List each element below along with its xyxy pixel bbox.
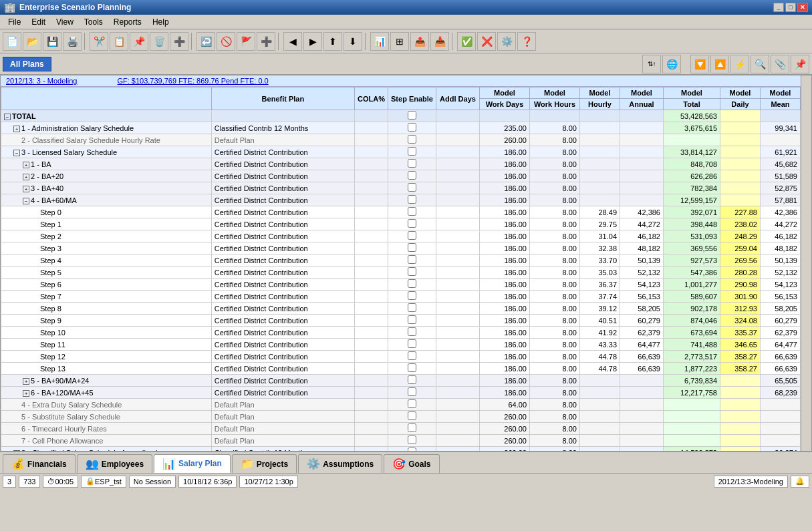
- copy-button[interactable]: 📋: [110, 32, 128, 51]
- row-step-cell[interactable]: [388, 230, 436, 242]
- tab-financials[interactable]: 💰Financials: [3, 454, 76, 473]
- step-checkbox[interactable]: [408, 255, 416, 264]
- step-checkbox[interactable]: [408, 363, 416, 372]
- close-button[interactable]: ✕: [797, 3, 808, 12]
- step-checkbox[interactable]: [408, 375, 416, 384]
- grid-button[interactable]: ⊞: [390, 32, 409, 51]
- row-step-cell[interactable]: [388, 339, 436, 351]
- delete-button[interactable]: 🗑️: [150, 32, 168, 51]
- sort-button[interactable]: ⇅↑: [642, 55, 661, 73]
- row-step-cell[interactable]: [388, 158, 436, 170]
- row-step-cell[interactable]: [388, 351, 436, 363]
- step-checkbox[interactable]: [408, 207, 416, 216]
- row-step-cell[interactable]: [388, 327, 436, 339]
- row-step-cell[interactable]: [388, 206, 436, 218]
- row-step-cell[interactable]: [388, 387, 436, 399]
- step-checkbox[interactable]: [408, 111, 416, 120]
- tab-assumptions[interactable]: ⚙️Assumptions: [298, 454, 382, 473]
- filter5-button[interactable]: 📎: [771, 55, 789, 73]
- step-checkbox[interactable]: [408, 279, 416, 288]
- plan-detail-link[interactable]: GF: $103,739,769 FTE: 869.76 Pend FTE: 0…: [117, 77, 268, 85]
- row-step-cell[interactable]: [388, 423, 436, 435]
- save-button[interactable]: 💾: [43, 32, 61, 51]
- menu-tools[interactable]: Tools: [79, 16, 108, 28]
- filter2-button[interactable]: 🔼: [710, 55, 729, 73]
- expand-icon[interactable]: +: [13, 126, 20, 132]
- step-checkbox[interactable]: [408, 147, 416, 156]
- step-checkbox[interactable]: [408, 231, 416, 240]
- new-button[interactable]: 📄: [3, 32, 21, 51]
- forward-button[interactable]: ▶: [303, 32, 322, 51]
- filter6-button[interactable]: 📌: [791, 55, 809, 73]
- open-button[interactable]: 📂: [23, 32, 41, 51]
- row-step-cell[interactable]: [388, 435, 436, 447]
- minimize-button[interactable]: _: [773, 3, 784, 12]
- row-step-cell[interactable]: [388, 182, 436, 194]
- step-checkbox[interactable]: [408, 339, 416, 348]
- expand-icon[interactable]: +: [23, 186, 29, 192]
- step-checkbox[interactable]: [408, 448, 416, 451]
- row-step-cell[interactable]: [388, 194, 436, 206]
- step-checkbox[interactable]: [408, 387, 416, 396]
- menu-reports[interactable]: Reports: [108, 16, 147, 28]
- step-checkbox[interactable]: [408, 267, 416, 276]
- tab-salary-plan[interactable]: 📊Salary Plan: [154, 454, 231, 473]
- tab-goals[interactable]: 🎯Goals: [384, 454, 439, 473]
- up-button[interactable]: ⬆: [323, 32, 342, 51]
- step-checkbox[interactable]: [408, 303, 416, 312]
- th-benefit[interactable]: Benefit Plan: [211, 87, 354, 110]
- import-button[interactable]: 📥: [430, 32, 449, 51]
- undo-button[interactable]: ↩️: [196, 32, 215, 51]
- expand-icon[interactable]: −: [13, 150, 20, 156]
- step-checkbox[interactable]: [408, 243, 416, 252]
- row-step-cell[interactable]: [388, 134, 436, 146]
- plus-box-button[interactable]: ➕: [257, 32, 275, 51]
- step-checkbox[interactable]: [408, 399, 416, 408]
- filter4-button[interactable]: 🔍: [751, 55, 769, 73]
- flag-button[interactable]: 🚩: [237, 32, 255, 51]
- plan-link[interactable]: 2012/13: 3 - Modeling: [6, 77, 77, 85]
- step-checkbox[interactable]: [408, 159, 416, 168]
- cancel-button[interactable]: 🚫: [217, 32, 235, 51]
- cross-button[interactable]: ❌: [477, 32, 496, 51]
- row-step-cell[interactable]: [388, 170, 436, 182]
- row-step-cell[interactable]: [388, 363, 436, 375]
- menu-edit[interactable]: Edit: [26, 16, 51, 28]
- tab-projects[interactable]: 📁Projects: [232, 454, 297, 473]
- step-checkbox[interactable]: [408, 315, 416, 324]
- step-checkbox[interactable]: [408, 171, 416, 180]
- expand-icon[interactable]: −: [4, 114, 11, 120]
- menu-view[interactable]: View: [51, 16, 79, 28]
- step-checkbox[interactable]: [408, 327, 416, 336]
- step-checkbox[interactable]: [408, 135, 416, 144]
- settings-button[interactable]: ⚙️: [497, 32, 516, 51]
- down-button[interactable]: ⬇: [344, 32, 362, 51]
- row-step-cell[interactable]: [388, 146, 436, 158]
- step-checkbox[interactable]: [408, 195, 416, 204]
- step-checkbox[interactable]: [408, 183, 416, 192]
- row-step-cell[interactable]: [388, 315, 436, 327]
- step-checkbox[interactable]: [408, 435, 416, 444]
- maximize-button[interactable]: □: [785, 3, 796, 12]
- export-button[interactable]: 📤: [410, 32, 429, 51]
- scrollbar[interactable]: [801, 75, 811, 451]
- expand-icon[interactable]: +: [13, 450, 20, 452]
- row-step-cell[interactable]: [388, 375, 436, 387]
- row-step-cell[interactable]: [388, 291, 436, 303]
- check-button[interactable]: ✅: [457, 32, 476, 51]
- expand-icon[interactable]: −: [23, 198, 29, 204]
- filter3-button[interactable]: ⚡: [730, 55, 749, 73]
- row-step-cell[interactable]: [388, 399, 436, 411]
- row-step-cell[interactable]: [388, 218, 436, 230]
- chart-button[interactable]: 📊: [370, 32, 389, 51]
- row-step-cell[interactable]: [388, 279, 436, 291]
- all-plans-button[interactable]: All Plans: [3, 57, 51, 71]
- row-step-cell[interactable]: [388, 254, 436, 267]
- add-button[interactable]: ➕: [170, 32, 188, 51]
- back-button[interactable]: ◀: [283, 32, 302, 51]
- menu-file[interactable]: File: [3, 16, 26, 28]
- expand-icon[interactable]: +: [23, 174, 29, 180]
- row-step-cell[interactable]: [388, 267, 436, 279]
- step-checkbox[interactable]: [408, 219, 416, 228]
- print-button[interactable]: 🖨️: [63, 32, 82, 51]
